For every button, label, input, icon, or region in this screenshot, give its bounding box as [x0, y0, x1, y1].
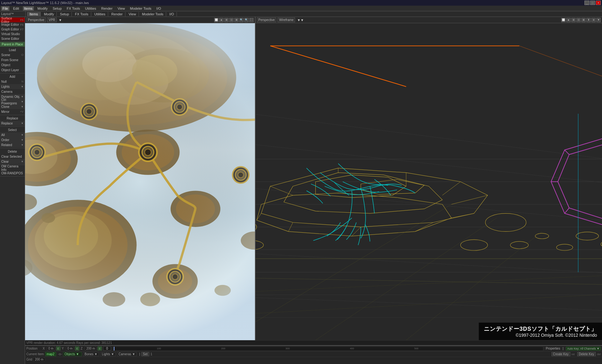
y-label: Y: [62, 347, 65, 350]
create-key-button[interactable]: Create Key: [552, 352, 570, 356]
load-object-button[interactable]: Object: [0, 62, 25, 67]
minimize-button[interactable]: _: [584, 1, 589, 5]
viewport-right-wireframe-btn[interactable]: Wireframe: [277, 18, 295, 22]
auto-key-dropdown[interactable]: Auto Key: All Channels ▼: [566, 347, 601, 351]
menu-utilities[interactable]: Utilities: [84, 6, 97, 11]
vr-icon-5[interactable]: ⊠: [581, 18, 586, 22]
tab-modeler-tools[interactable]: Modeler Tools: [140, 12, 166, 16]
load-object-layer-button[interactable]: Object Layer: [0, 67, 25, 72]
virtual-studio-label: Virtual Studio: [1, 32, 20, 36]
menu-items[interactable]: Items: [23, 6, 34, 11]
maximize-button[interactable]: □: [590, 1, 595, 5]
viewport-left-header: Perspective VPR ▼ ⬜ ◈ ⊞ ⊡ ⊠ 🔍 🔍 ⛶: [25, 17, 255, 23]
lights-dropdown[interactable]: Lights ▼: [100, 352, 116, 356]
menu-edit[interactable]: Edit: [12, 6, 20, 11]
vr-icon-6[interactable]: ⬆: [586, 18, 591, 22]
load-scene-button[interactable]: Scene O: [0, 52, 25, 57]
close-button[interactable]: ✕: [596, 1, 601, 5]
tab-modify[interactable]: Modify: [41, 12, 57, 16]
viewport-icon-5[interactable]: ⊠: [234, 18, 239, 22]
graph-editor-button[interactable]: Graph Editor F7: [0, 27, 25, 32]
select-all-dropdown[interactable]: All ▼: [0, 132, 25, 137]
tab-render[interactable]: Render: [109, 12, 125, 16]
viewport-left-icons: ⬜ ◈ ⊞ ⊡ ⊠ 🔍 🔍 ⛶: [214, 18, 254, 22]
tab-view[interactable]: View: [126, 12, 139, 16]
viewport-icon-6[interactable]: 🔍: [239, 18, 244, 22]
replace-dropdown[interactable]: Replace ▼: [0, 121, 25, 126]
vr-icon-3[interactable]: ⊞: [571, 18, 576, 22]
viewport-icon-8[interactable]: ⛶: [249, 18, 254, 22]
x-label: X: [43, 347, 46, 350]
vr-icon-1[interactable]: ⬜: [561, 18, 566, 22]
select-section: Select All ▼ Order ▼ Related ▼: [0, 127, 25, 148]
z-value: 200 m: [85, 346, 96, 351]
timeline-bar[interactable]: 100 200 300 400 500: [114, 346, 543, 351]
scene-editor-button[interactable]: Scene Editor: [0, 36, 25, 41]
add-ctrl-powergons-dropdown[interactable]: Ctrl Powergons ▼: [0, 99, 25, 104]
virtual-studio-button[interactable]: Virtual Studio: [0, 32, 25, 36]
window-controls[interactable]: _ □ ✕: [584, 1, 601, 5]
x-envelope-button[interactable]: E: [56, 346, 61, 351]
viewport-right-perspective-btn[interactable]: Perspective: [257, 18, 276, 22]
menu-modify[interactable]: Modify: [36, 6, 49, 11]
select-related-dropdown[interactable]: Related ▼: [0, 142, 25, 147]
vr-icon-8[interactable]: ▼: [596, 18, 601, 22]
viewport-left: Perspective VPR ▼ ⬜ ◈ ⊞ ⊡ ⊠ 🔍 🔍 ⛶: [25, 17, 256, 340]
menu-setup[interactable]: Setup: [51, 6, 63, 11]
viewport-icon-1[interactable]: ⬜: [214, 18, 219, 22]
menu-file[interactable]: File: [1, 6, 9, 11]
viewport-left-canvas[interactable]: [25, 23, 255, 340]
parent-in-place-button[interactable]: Parent in Place: [0, 42, 25, 47]
viewport-right-canvas[interactable]: ニンテンドー3DSソフト「カルドセプト」 ©1997-2012 Omiya So…: [256, 23, 602, 340]
viewport-icon-7[interactable]: 🔍: [244, 18, 249, 22]
add-null-button[interactable]: Null N: [0, 79, 25, 84]
viewport-icon-2[interactable]: ◈: [219, 18, 224, 22]
viewport-icon-3[interactable]: ⊞: [224, 18, 229, 22]
render-stats-text: VPR render duration: 4.67 seconds Rays p…: [26, 341, 112, 345]
vr-icon-7[interactable]: ⊛: [591, 18, 596, 22]
clear-dropdown[interactable]: Clear ▼: [0, 159, 25, 164]
title-bar: Layout™ NewTek LightWave™ 11.6.2 (Win32)…: [0, 0, 602, 6]
add-mirror-button[interactable]: Mirror +V: [0, 109, 25, 114]
vr-icon-4[interactable]: ⊡: [576, 18, 581, 22]
lights-dropdown-arrow: ▼: [21, 85, 24, 88]
add-lights-dropdown[interactable]: Lights ▼: [0, 84, 25, 89]
image-editor-button[interactable]: Image Editor F6: [0, 22, 25, 27]
objects-dropdown[interactable]: Objects ▼: [63, 352, 82, 356]
tab-items[interactable]: Items: [27, 12, 41, 16]
y-envelope-button[interactable]: E: [75, 346, 79, 351]
viewport-left-vpr-btn[interactable]: VPR: [47, 18, 57, 22]
bones-dropdown[interactable]: Bones ▼: [83, 352, 99, 356]
menu-view[interactable]: View: [116, 6, 126, 11]
om-camera-info-button[interactable]: OM Camera Info: [0, 166, 25, 171]
viewport-left-perspective-btn[interactable]: Perspective: [26, 18, 46, 22]
select-label: Select: [0, 127, 25, 132]
vr-icon-2[interactable]: ◈: [566, 18, 571, 22]
menu-render[interactable]: Render: [100, 6, 114, 11]
properties-btn[interactable]: Properties: [546, 347, 560, 350]
clone-arrow: ▼: [21, 105, 24, 108]
replace-section: Replace Replace ▼: [0, 115, 25, 127]
menu-io[interactable]: I/O: [155, 6, 162, 11]
tab-fx-tools[interactable]: FX Tools: [72, 12, 91, 16]
clear-selected-button[interactable]: Clear Selected: [0, 154, 25, 159]
extra-section: OM Camera Info OM-RANDPOS: [0, 165, 25, 177]
load-label: Load: [0, 47, 25, 52]
select-order-dropdown[interactable]: Order ▼: [0, 137, 25, 142]
tab-setup[interactable]: Setup: [57, 12, 72, 16]
tab-io[interactable]: I/O: [167, 12, 177, 16]
tab-utilities[interactable]: Utilities: [92, 12, 108, 16]
add-section: Add Null N Lights ▼ Camera Dynamic Obj. …: [0, 73, 25, 115]
load-from-scene-button[interactable]: From Scene: [0, 57, 25, 62]
z-envelope-button[interactable]: E: [98, 346, 102, 351]
clear-arrow: ▼: [21, 160, 24, 163]
cameras-dropdown[interactable]: Cameras ▼: [117, 352, 137, 356]
set-button[interactable]: Set: [141, 352, 149, 356]
delete-key-button[interactable]: Delete Key: [577, 352, 596, 356]
add-camera-button[interactable]: Camera: [0, 89, 25, 94]
viewport-icon-4[interactable]: ⊡: [229, 18, 234, 22]
menu-modeler-tools[interactable]: Modeler Tools: [129, 6, 153, 11]
menu-fx-tools[interactable]: FX Tools: [66, 6, 82, 11]
surface-editor-button[interactable]: Surface Editor F5: [0, 18, 25, 22]
om-randpos-button[interactable]: OM-RANDPOS: [0, 171, 25, 176]
